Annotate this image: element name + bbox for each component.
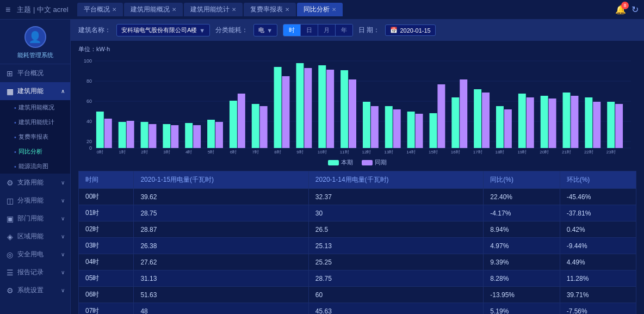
chart-container: 100 80 60 40 20 0: [78, 56, 636, 156]
svg-text:12时: 12时: [362, 150, 371, 155]
refresh-icon[interactable]: ↻: [631, 4, 639, 15]
sidebar-item-label: 分项用能: [17, 196, 44, 205]
cell-current: 27.62: [134, 254, 308, 270]
app-name: 能耗管理系统: [17, 51, 53, 59]
svg-text:17时: 17时: [473, 150, 482, 155]
sidebar-item-platform[interactable]: ⊞ 平台概况: [0, 64, 70, 82]
settings-icon: ⚙: [5, 286, 14, 295]
svg-rect-51: [527, 97, 534, 148]
sidebar-item-dept-energy[interactable]: ▣ 部门用能 ∨: [0, 210, 70, 227]
svg-rect-18: [163, 124, 170, 148]
svg-rect-28: [274, 67, 282, 148]
main-layout: 👤 能耗管理系统 ⊞ 平台概况 ▦ 建筑用能 ∧ 建筑用能概况 建筑用能统计 复…: [0, 20, 644, 314]
svg-text:8时: 8时: [274, 150, 281, 155]
submenu-item-energy-flow[interactable]: 能源流向图: [0, 159, 70, 174]
legend-previous-label: 同期: [375, 158, 387, 167]
sidebar-item-zone-energy[interactable]: ◈ 区域用能 ∨: [0, 227, 70, 245]
time-btn-year[interactable]: 年: [336, 24, 352, 36]
svg-rect-57: [593, 102, 600, 148]
cell-yoy: 4.97%: [484, 238, 560, 254]
svg-text:14时: 14时: [406, 150, 416, 155]
topbar-title: 主题 | 中文 acrel: [17, 5, 68, 15]
sidebar-item-category-energy[interactable]: ◫ 分项用能 ∨: [0, 192, 70, 210]
time-btn-day[interactable]: 日: [301, 24, 318, 36]
legend-previous: 同期: [362, 158, 387, 167]
svg-text:13时: 13时: [384, 150, 393, 155]
tab-close-icon[interactable]: ✕: [285, 7, 289, 13]
sidebar-item-safety[interactable]: ◎ 安全用电 ∨: [0, 245, 70, 263]
col-header-current: 2020-1-15用电量(千瓦时): [134, 171, 308, 189]
svg-rect-14: [119, 122, 126, 148]
submenu-item-yoy[interactable]: 同比分析: [0, 144, 70, 159]
submenu-item-rate-report[interactable]: 复费率报表: [0, 130, 70, 144]
building-energy-icon: ▦: [5, 87, 14, 96]
svg-text:15时: 15时: [429, 150, 438, 155]
tab-close-icon[interactable]: ✕: [172, 7, 176, 13]
sidebar-item-label: 安全用电: [17, 250, 44, 259]
table-row: 02时 28.87 26.5 8.94% 0.42%: [79, 221, 636, 238]
chevron-down-icon: ∨: [61, 180, 65, 186]
menu-icon[interactable]: ≡: [5, 5, 10, 15]
cell-current: 28.87: [134, 221, 308, 238]
notification-icon[interactable]: 🔔 8: [615, 4, 626, 15]
building-value: 安科瑞电气股份有限公司A楼: [121, 26, 197, 34]
tab-建筑用能概况[interactable]: 建筑用能概况✕: [124, 3, 183, 16]
sidebar-item-branch-energy[interactable]: ⚙ 支路用能 ∨: [0, 174, 70, 192]
cell-previous: 45.63: [308, 303, 483, 315]
legend-current: 本期: [328, 158, 353, 167]
category-select[interactable]: 电 ▼: [253, 24, 277, 36]
category-value: 电: [258, 26, 264, 34]
svg-text:0: 0: [89, 145, 92, 151]
building-label: 建筑名称：: [78, 26, 111, 35]
cell-yoy: -4.17%: [484, 205, 560, 221]
submenu-item-stats[interactable]: 建筑用能统计: [0, 115, 70, 130]
svg-text:6时: 6时: [230, 150, 237, 155]
svg-text:80: 80: [86, 78, 92, 84]
tab-建筑用能统计[interactable]: 建筑用能统计✕: [184, 3, 243, 16]
sidebar-item-building-energy[interactable]: ▦ 建筑用能 ∧: [0, 82, 70, 100]
cell-time: 02时: [79, 221, 134, 238]
svg-rect-12: [96, 112, 104, 148]
time-btn-month[interactable]: 月: [318, 24, 336, 36]
cell-previous: 25.25: [308, 254, 483, 270]
category-label: 分类能耗：: [215, 26, 248, 35]
building-energy-submenu: 建筑用能概况 建筑用能统计 复费率报表 同比分析 能源流向图: [0, 100, 70, 174]
cell-previous: 60: [308, 287, 483, 303]
tab-复费率报表[interactable]: 复费率报表✕: [244, 3, 296, 16]
cell-qoq: 11.28%: [560, 270, 636, 287]
table-area: 时间 2020-1-15用电量(千瓦时) 2020-1-14用电量(千瓦时) 同…: [71, 171, 644, 314]
svg-text:40: 40: [86, 119, 92, 124]
svg-text:16时: 16时: [451, 150, 460, 155]
tab-close-icon[interactable]: ✕: [332, 7, 336, 13]
submenu-item-overview[interactable]: 建筑用能概况: [0, 100, 70, 115]
sidebar-item-settings[interactable]: ⚙ 系统设置 ∨: [0, 281, 70, 299]
svg-rect-48: [496, 106, 504, 148]
svg-rect-31: [304, 68, 312, 148]
branch-energy-icon: ⚙: [5, 178, 14, 187]
table-row: 01时 28.75 30 -4.17% -37.81%: [79, 205, 636, 221]
cell-current: 48: [134, 303, 308, 315]
building-select[interactable]: 安科瑞电气股份有限公司A楼 ▼: [116, 24, 210, 36]
chevron-down-icon: ∨: [61, 233, 65, 239]
sidebar-item-reports[interactable]: ☰ 报告记录 ∨: [0, 263, 70, 281]
date-picker[interactable]: 📅 2020-01-15: [385, 24, 435, 36]
svg-text:2时: 2时: [141, 150, 147, 155]
cell-qoq: -45.46%: [560, 189, 636, 205]
building-dropdown-arrow: ▼: [199, 27, 205, 34]
svg-rect-39: [393, 109, 401, 148]
chevron-down-icon: ∨: [61, 269, 65, 275]
svg-rect-47: [482, 93, 490, 148]
svg-rect-24: [230, 101, 237, 148]
tab-close-icon[interactable]: ✕: [232, 7, 236, 13]
tab-同比分析[interactable]: 同比分析✕: [297, 3, 343, 16]
avatar: 👤: [24, 26, 46, 48]
svg-text:10时: 10时: [318, 150, 327, 155]
tab-close-icon[interactable]: ✕: [112, 7, 116, 13]
date-value: 2020-01-15: [400, 27, 430, 34]
topbar: ≡ 主题 | 中文 acrel 平台概况✕建筑用能概况✕建筑用能统计✕复费率报表…: [0, 0, 644, 20]
tab-平台概况[interactable]: 平台概况✕: [77, 3, 123, 16]
time-btn-hour[interactable]: 时: [283, 24, 301, 36]
cell-current: 39.62: [134, 189, 308, 205]
svg-rect-27: [260, 106, 268, 148]
cell-qoq: 39.71%: [560, 287, 636, 303]
